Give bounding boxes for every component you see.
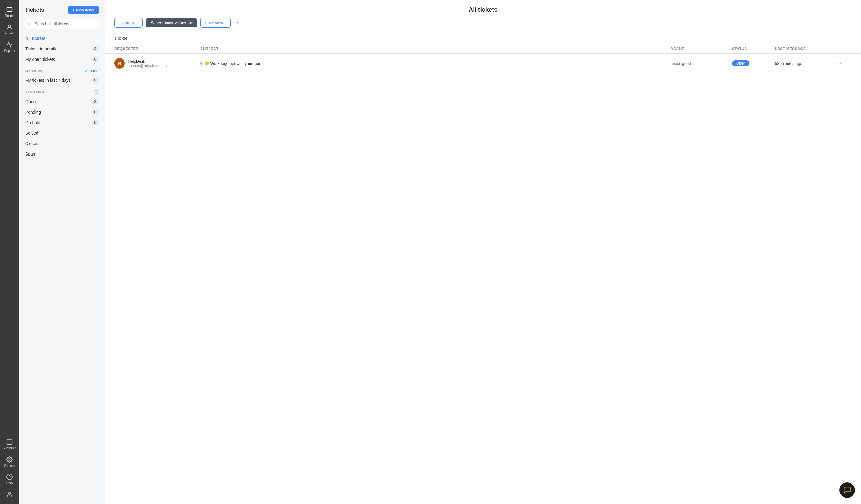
statuses-info-icon[interactable] [94, 90, 99, 95]
table-row[interactable]: H HelpDesk support@helpdesk.com 🤝 Work t… [105, 54, 861, 73]
reports-icon [6, 41, 13, 48]
requester-cell: H HelpDesk support@helpdesk.com [114, 58, 200, 69]
sidebar-status-spam[interactable]: Spam [19, 149, 105, 159]
last-message-cell: 58 minutes ago [775, 61, 836, 66]
nav-reports[interactable]: Reports [0, 38, 19, 56]
nav-tickets[interactable]: Tickets [0, 3, 19, 21]
more-options-button[interactable]: ⋯ [836, 60, 852, 66]
tickets-icon [6, 6, 13, 13]
nav-profile[interactable] [0, 488, 19, 501]
sidebar-last7days[interactable]: My tickets in last 7 days 0 [19, 75, 105, 85]
ticket-table: REQUESTER SUBJECT AGENT STATUS LAST MESS… [105, 44, 861, 504]
nav-agents[interactable]: Agents [0, 21, 19, 38]
nav-settings[interactable]: Settings [0, 453, 19, 471]
table-header: REQUESTER SUBJECT AGENT STATUS LAST MESS… [105, 44, 861, 54]
sidebar-header: Tickets + New ticket [19, 0, 105, 19]
chat-widget[interactable] [839, 482, 855, 498]
agent-filter-icon [150, 21, 154, 25]
arrow-indicator: ← [235, 19, 242, 27]
agents-icon [6, 24, 13, 30]
main-content: All tickets + Add filter Weronika Master… [105, 0, 861, 504]
nav-subscribe[interactable]: Subscribe [0, 435, 19, 453]
sidebar-tickets-to-handle[interactable]: Tickets to handle 3 [19, 44, 105, 54]
sidebar: Tickets + New ticket All tickets Tickets… [19, 0, 105, 504]
sidebar-status-closed[interactable]: Closed [19, 138, 105, 149]
svg-point-1 [8, 25, 11, 27]
agent-cell: unassigned [670, 61, 732, 66]
status-badge: Open [732, 60, 750, 66]
page-title: All tickets [114, 6, 852, 13]
status-cell: Open [732, 60, 775, 66]
filter-bar: + Add filter Weronika Masternak Save vie… [114, 18, 852, 32]
sidebar-all-tickets[interactable]: All tickets [19, 33, 105, 44]
requester-info: HelpDesk support@helpdesk.com [128, 59, 166, 68]
left-nav: Tickets Agents Reports Subscribe [0, 0, 19, 504]
nav-help[interactable]: Help [0, 471, 19, 488]
sidebar-status-pending[interactable]: Pending 0 [19, 107, 105, 118]
svg-line-11 [30, 24, 31, 25]
help-icon [6, 474, 13, 480]
sidebar-status-open[interactable]: Open 3 [19, 96, 105, 107]
statuses-section: STATUSES [19, 85, 105, 96]
subscribe-icon [6, 438, 13, 445]
profile-icon [6, 491, 13, 498]
svg-point-6 [9, 459, 11, 460]
sidebar-status-on-hold[interactable]: On hold 0 [19, 118, 105, 128]
my-views-section: MY VIEWS Manage [19, 65, 105, 75]
search-box [24, 19, 100, 29]
save-view-button[interactable]: Save view... [200, 18, 231, 28]
add-filter-button[interactable]: + Add filter [114, 18, 142, 28]
main-header: All tickets + Add filter Weronika Master… [105, 0, 861, 32]
avatar: H [114, 58, 125, 69]
svg-point-9 [8, 492, 11, 494]
sidebar-status-solved[interactable]: Solved [19, 128, 105, 138]
search-icon [27, 21, 31, 26]
manage-link[interactable]: Manage [84, 69, 99, 73]
subject-dot [200, 63, 203, 65]
new-ticket-button[interactable]: + New ticket [68, 5, 99, 14]
subject-cell: 🤝 Work together with your team [200, 61, 670, 66]
agent-filter-button[interactable]: Weronika Masternak [146, 18, 197, 27]
svg-rect-0 [7, 8, 12, 12]
nav-bottom: Subscribe Settings Help [0, 435, 19, 504]
ticket-count: 1 ticket [105, 32, 861, 44]
chat-icon [843, 486, 851, 494]
svg-point-10 [28, 22, 30, 25]
sidebar-my-open-tickets[interactable]: My open tickets 0 [19, 54, 105, 65]
search-input[interactable] [24, 19, 100, 29]
settings-icon [6, 456, 13, 463]
svg-point-15 [151, 22, 153, 23]
sidebar-title: Tickets [25, 7, 44, 13]
